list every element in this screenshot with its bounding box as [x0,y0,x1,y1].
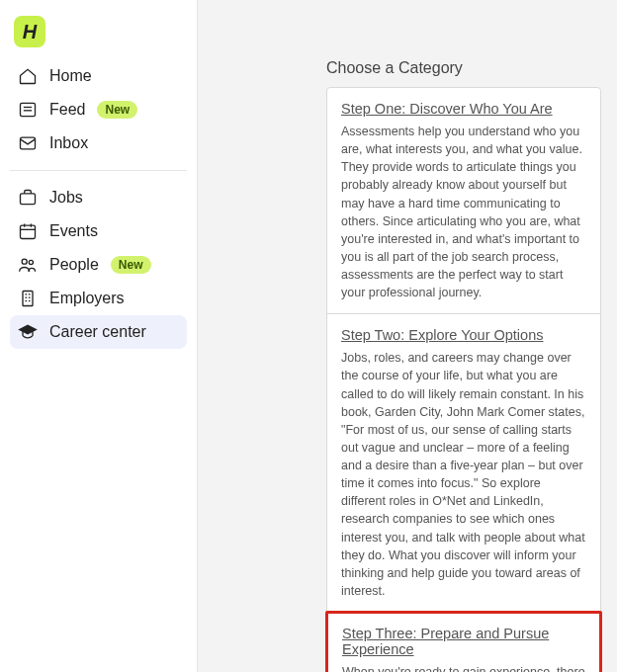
nav-label: Career center [49,323,146,341]
card-title-link[interactable]: Step Three: Prepare and Pursue Experienc… [342,626,585,657]
svg-rect-11 [23,292,33,306]
nav-secondary: Jobs Events People New Employers Caree [10,181,187,349]
card-body: When you're ready to gain experience, th… [342,663,585,672]
people-icon [18,255,38,275]
nav-label: Inbox [49,134,88,152]
home-icon [18,66,38,86]
events-icon [18,221,38,241]
inbox-icon [18,133,38,153]
career-icon [18,322,38,342]
category-list: Step One: Discover Who You Are Assessmen… [326,87,601,672]
nav-item-employers[interactable]: Employers [10,282,187,315]
nav-label: Feed [49,101,85,119]
employers-icon [18,289,38,308]
nav-label: Events [49,222,98,240]
svg-rect-3 [21,137,36,149]
nav-item-jobs[interactable]: Jobs [10,181,187,214]
category-card-step-two[interactable]: Step Two: Explore Your Options Jobs, rol… [327,314,600,613]
app-logo[interactable]: H [14,16,45,47]
nav-item-inbox[interactable]: Inbox [10,126,187,160]
nav-label: Jobs [49,189,83,207]
nav-item-events[interactable]: Events [10,214,187,248]
card-body: Assessments help you understand who you … [341,123,586,301]
nav-primary: Home Feed New Inbox [10,59,187,160]
new-badge: New [111,256,151,274]
card-title-link[interactable]: Step Two: Explore Your Options [341,327,543,343]
svg-rect-5 [21,225,36,238]
nav-label: Home [49,67,92,85]
svg-rect-4 [21,194,36,205]
category-card-step-three[interactable]: Step Three: Prepare and Pursue Experienc… [325,611,602,672]
nav-divider [10,170,187,171]
category-panel: Choose a Category Step One: Discover Who… [326,59,601,672]
section-title: Choose a Category [326,59,601,77]
svg-point-9 [22,259,27,264]
svg-point-10 [29,260,33,264]
svg-rect-0 [21,103,36,116]
nav-item-people[interactable]: People New [10,248,187,282]
card-body: Jobs, roles, and careers may change over… [341,349,586,600]
nav-label: Employers [49,290,125,307]
new-badge: New [97,101,137,119]
feed-icon [18,100,38,120]
card-title-link[interactable]: Step One: Discover Who You Are [341,101,553,117]
jobs-icon [18,188,38,208]
nav-label: People [49,256,99,274]
category-card-step-one[interactable]: Step One: Discover Who You Are Assessmen… [327,88,600,314]
nav-item-career-center[interactable]: Career center [10,315,187,349]
main-content: Choose a Category Step One: Discover Who… [198,0,617,672]
nav-item-feed[interactable]: Feed New [10,93,187,126]
nav-item-home[interactable]: Home [10,59,187,93]
sidebar: H Home Feed New Inbox Jobs [0,0,198,672]
